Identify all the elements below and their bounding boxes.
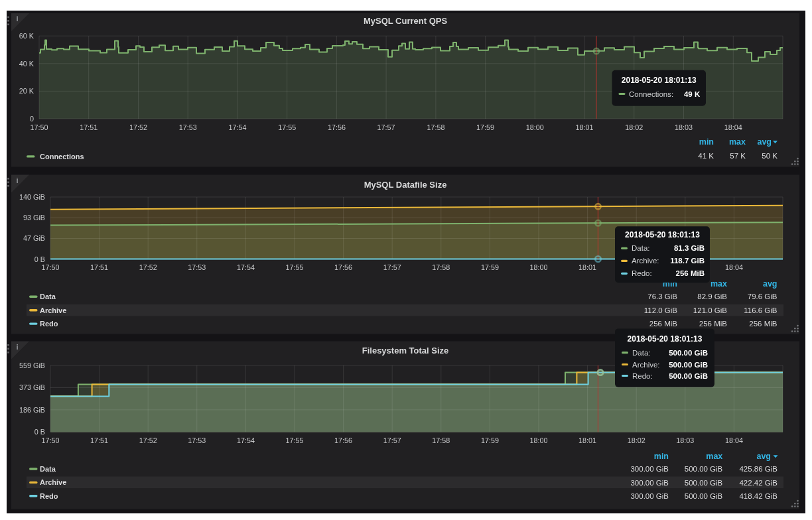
svg-text:18:00: 18:00: [529, 263, 547, 271]
svg-text:17:58: 17:58: [432, 263, 450, 271]
svg-text:max: max: [729, 137, 746, 147]
svg-text:17:57: 17:57: [383, 436, 401, 444]
svg-text:Archive:: Archive:: [632, 257, 659, 265]
svg-text:40 K: 40 K: [19, 60, 34, 68]
svg-text:Redo: Redo: [40, 320, 58, 328]
svg-text:Connections:: Connections:: [629, 90, 673, 98]
svg-text:17:52: 17:52: [139, 436, 157, 444]
svg-text:Connections: Connections: [40, 153, 84, 161]
svg-text:57 K: 57 K: [730, 152, 746, 160]
svg-text:17:51: 17:51: [90, 436, 108, 444]
svg-text:256 MiB: 256 MiB: [676, 269, 705, 277]
svg-text:17:56: 17:56: [328, 123, 346, 131]
svg-text:2018-05-20 18:01:13: 2018-05-20 18:01:13: [628, 334, 703, 344]
svg-text:256 MiB: 256 MiB: [649, 320, 678, 328]
svg-text:41 K: 41 K: [698, 152, 714, 160]
svg-text:avg: avg: [763, 279, 778, 289]
svg-text:500.00 GiB: 500.00 GiB: [669, 349, 708, 357]
svg-text:max: max: [710, 279, 727, 289]
svg-text:Archive: Archive: [40, 478, 66, 486]
svg-text:0 B: 0 B: [34, 255, 45, 263]
svg-text:avg: avg: [756, 452, 771, 461]
svg-text:17:50: 17:50: [30, 123, 48, 131]
svg-text:300.00 GiB: 300.00 GiB: [630, 492, 669, 500]
svg-text:17:51: 17:51: [90, 263, 108, 271]
svg-text:Archive: Archive: [40, 306, 66, 314]
svg-text:Redo:: Redo:: [632, 372, 653, 380]
svg-text:140 GiB: 140 GiB: [19, 193, 45, 201]
svg-text:373 GiB: 373 GiB: [19, 383, 45, 391]
svg-text:17:52: 17:52: [139, 263, 157, 271]
svg-text:18:01: 18:01: [576, 123, 594, 131]
svg-text:50 K: 50 K: [762, 152, 778, 160]
svg-text:47 GiB: 47 GiB: [23, 234, 45, 242]
svg-text:300.00 GiB: 300.00 GiB: [630, 465, 669, 473]
svg-text:60 K: 60 K: [19, 32, 34, 40]
svg-text:min: min: [654, 452, 669, 461]
svg-text:17:54: 17:54: [228, 123, 246, 131]
svg-text:17:57: 17:57: [383, 263, 401, 271]
svg-text:Data: Data: [40, 292, 56, 300]
svg-text:17:55: 17:55: [285, 263, 303, 271]
svg-text:112.0 GiB: 112.0 GiB: [644, 306, 678, 314]
svg-text:81.3 GiB: 81.3 GiB: [674, 244, 705, 252]
svg-text:Data: Data: [40, 465, 56, 473]
svg-text:17:53: 17:53: [179, 123, 197, 131]
svg-text:18:01: 18:01: [578, 263, 596, 271]
svg-text:559 GiB: 559 GiB: [19, 361, 45, 369]
svg-text:76.3 GiB: 76.3 GiB: [647, 292, 677, 300]
svg-text:17:58: 17:58: [427, 123, 444, 131]
svg-text:17:52: 17:52: [129, 123, 147, 131]
svg-text:i: i: [17, 15, 19, 23]
svg-text:500.00 GiB: 500.00 GiB: [669, 361, 708, 369]
svg-text:17:54: 17:54: [237, 436, 255, 444]
svg-text:18:04: 18:04: [724, 123, 742, 131]
svg-text:500.00 GiB: 500.00 GiB: [685, 465, 723, 473]
svg-text:18:04: 18:04: [725, 436, 743, 444]
svg-text:0 B: 0 B: [34, 428, 45, 436]
svg-text:500.00 GiB: 500.00 GiB: [685, 492, 723, 500]
svg-text:Data:: Data:: [632, 244, 650, 252]
svg-text:500.00 GiB: 500.00 GiB: [669, 372, 708, 380]
svg-text:17:54: 17:54: [237, 263, 255, 271]
svg-text:17:55: 17:55: [278, 123, 296, 131]
svg-text:i: i: [17, 176, 19, 184]
svg-text:min: min: [699, 137, 714, 147]
svg-text:0: 0: [30, 115, 34, 123]
svg-text:17:59: 17:59: [481, 263, 499, 271]
svg-text:116.6 GiB: 116.6 GiB: [744, 306, 778, 314]
svg-text:17:53: 17:53: [188, 263, 206, 271]
svg-text:17:55: 17:55: [285, 436, 303, 444]
svg-text:Filesystem Total Size: Filesystem Total Size: [362, 346, 449, 356]
svg-text:17:50: 17:50: [41, 263, 59, 271]
svg-text:300.00 GiB: 300.00 GiB: [630, 479, 669, 487]
svg-text:avg: avg: [757, 137, 772, 147]
svg-text:17:53: 17:53: [188, 436, 206, 444]
svg-text:256 MiB: 256 MiB: [749, 320, 778, 328]
svg-text:121.0 GiB: 121.0 GiB: [693, 306, 727, 314]
svg-text:MySQL Current QPS: MySQL Current QPS: [364, 16, 448, 26]
svg-text:Redo:: Redo:: [632, 269, 652, 277]
svg-text:118.7 GiB: 118.7 GiB: [670, 257, 705, 265]
svg-text:79.6 GiB: 79.6 GiB: [748, 292, 778, 300]
svg-text:256 MiB: 256 MiB: [699, 320, 728, 328]
svg-text:500.00 GiB: 500.00 GiB: [685, 479, 723, 487]
svg-text:82.9 GiB: 82.9 GiB: [697, 292, 727, 300]
svg-text:18:02: 18:02: [625, 123, 643, 131]
svg-text:18:02: 18:02: [628, 436, 645, 444]
svg-text:17:56: 17:56: [334, 263, 352, 271]
svg-text:max: max: [706, 452, 722, 461]
svg-text:18:03: 18:03: [675, 123, 693, 131]
svg-text:17:58: 17:58: [432, 436, 450, 444]
svg-text:18:04: 18:04: [725, 263, 743, 271]
svg-text:18:03: 18:03: [676, 436, 694, 444]
svg-text:Archive:: Archive:: [632, 361, 660, 369]
svg-text:Data:: Data:: [632, 349, 651, 357]
svg-text:418.42 GiB: 418.42 GiB: [739, 492, 778, 500]
svg-text:49 K: 49 K: [684, 90, 701, 98]
svg-text:17:51: 17:51: [80, 123, 98, 131]
svg-text:18:00: 18:00: [526, 123, 544, 131]
svg-text:i: i: [17, 343, 19, 351]
svg-text:425.86 GiB: 425.86 GiB: [739, 465, 778, 473]
svg-text:17:56: 17:56: [334, 436, 352, 444]
